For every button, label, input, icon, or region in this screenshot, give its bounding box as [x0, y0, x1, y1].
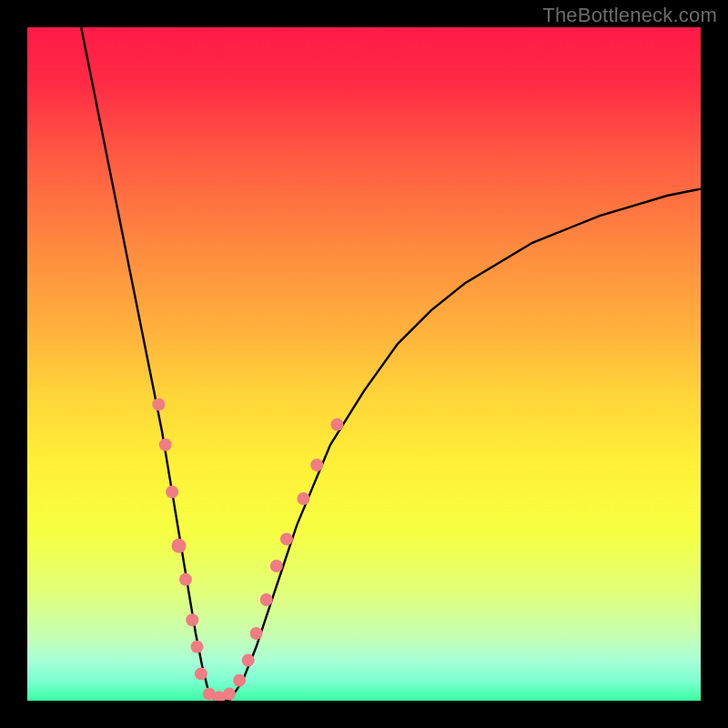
plot-area	[27, 27, 701, 701]
curve-marker	[195, 667, 207, 680]
curve-marker	[297, 492, 309, 505]
curve-marker	[280, 532, 293, 545]
curve-marker	[310, 459, 323, 471]
curve-marker	[159, 439, 172, 451]
curve-marker	[179, 573, 192, 586]
curve-marker	[250, 627, 263, 640]
watermark-text: TheBottleneck.com	[542, 4, 717, 27]
curve-marker	[152, 398, 165, 410]
curve-marker	[242, 654, 255, 667]
curve-marker	[172, 539, 187, 553]
curve-marker	[260, 593, 273, 606]
bottleneck-curve	[81, 27, 701, 701]
curve-marker	[270, 560, 283, 572]
curve-marker	[191, 641, 204, 653]
curve-marker	[166, 486, 178, 499]
curve-marker	[233, 674, 246, 687]
curve-marker	[186, 613, 198, 626]
curve-markers	[152, 398, 343, 701]
curve-marker	[330, 419, 343, 431]
curve-marker	[223, 688, 236, 701]
chart-svg	[27, 27, 701, 701]
